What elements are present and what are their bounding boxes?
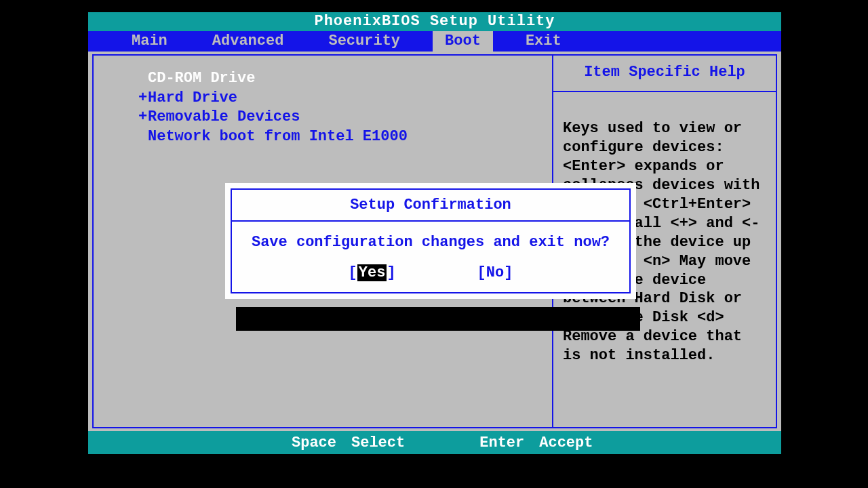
menu-advanced[interactable]: Advanced (200, 31, 296, 52)
boot-item-removable[interactable]: +Removable Devices (138, 108, 552, 127)
footer-bar: Space Select Enter Accept (88, 431, 781, 454)
footer-label-select: Select (351, 434, 405, 451)
menu-security[interactable]: Security (316, 31, 412, 52)
boot-item-harddrive[interactable]: +Hard Drive (138, 89, 552, 108)
confirmation-dialog: Setup Confirmation Save configuration ch… (225, 183, 636, 299)
help-title: Item Specific Help (553, 56, 776, 92)
menu-exit[interactable]: Exit (513, 31, 574, 52)
footer-key-space: Space (292, 434, 336, 451)
modal-shadow (236, 307, 640, 331)
footer-hint-accept: Enter Accept (479, 434, 593, 451)
menu-bar: Main Advanced Security Boot Exit (88, 31, 781, 52)
yes-button[interactable]: [Yes] (349, 264, 396, 281)
app-title: PhoenixBIOS Setup Utility (314, 13, 555, 30)
dialog-message: Save configuration changes and exit now? (232, 222, 629, 255)
menu-main[interactable]: Main (119, 31, 180, 52)
footer-label-accept: Accept (539, 434, 593, 451)
dialog-title: Setup Confirmation (232, 190, 629, 222)
boot-item-cdrom[interactable]: CD-ROM Drive (138, 69, 552, 89)
title-bar: PhoenixBIOS Setup Utility (88, 12, 781, 31)
no-button[interactable]: [No] (477, 264, 513, 281)
footer-key-enter: Enter (479, 434, 524, 451)
boot-item-network[interactable]: Network boot from Intel E1000 (138, 127, 552, 147)
footer-hint-select: Space Select (292, 434, 405, 451)
menu-boot[interactable]: Boot (433, 31, 493, 52)
